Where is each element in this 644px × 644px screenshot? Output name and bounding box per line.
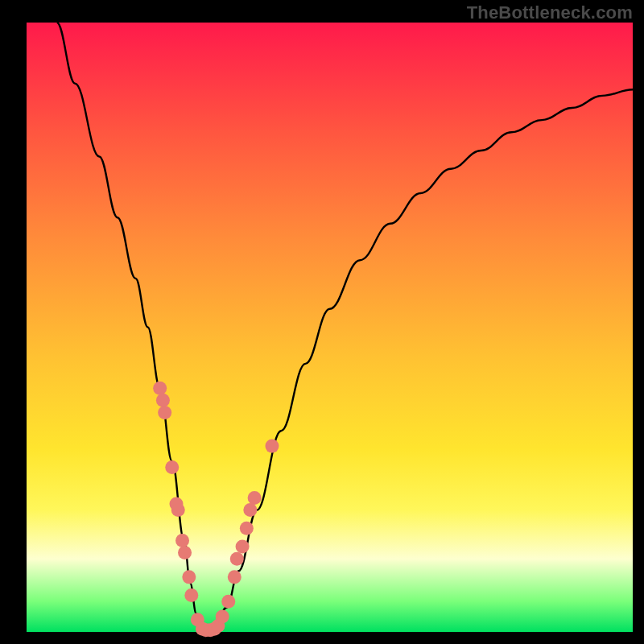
sample-dot <box>228 570 242 584</box>
sample-dot <box>240 522 254 535</box>
sample-dot <box>182 570 196 584</box>
sample-dot <box>178 546 192 559</box>
sample-dot <box>221 595 235 609</box>
outer-frame: TheBottleneck.com <box>0 0 644 644</box>
sample-dot <box>230 552 244 566</box>
bottleneck-curve <box>57 23 633 632</box>
sample-dot <box>184 588 198 602</box>
chart-svg <box>0 0 644 644</box>
sample-dot <box>265 440 279 453</box>
sample-dot <box>248 491 262 505</box>
sample-dot <box>158 406 171 419</box>
sample-dot <box>153 382 167 395</box>
sample-dot <box>156 394 170 407</box>
sample-dot <box>171 503 185 517</box>
sample-dot <box>216 610 229 624</box>
sample-dots-group <box>153 382 279 638</box>
sample-dot <box>165 460 179 474</box>
sample-dot <box>236 540 250 554</box>
sample-dot <box>175 534 189 547</box>
sample-dot <box>243 503 257 517</box>
